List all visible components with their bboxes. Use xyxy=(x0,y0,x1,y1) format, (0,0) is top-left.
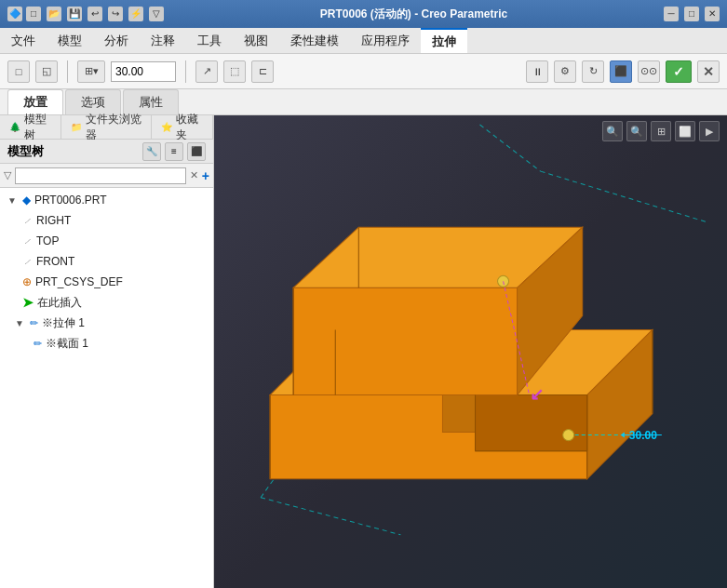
menu-extrude[interactable]: 拉伸 xyxy=(421,28,467,53)
menu-analysis[interactable]: 分析 xyxy=(93,28,140,53)
prt-icon: ◆ xyxy=(22,194,31,207)
more-icon[interactable]: ⚡ xyxy=(128,7,143,21)
main-area: 🌲 模型树 📁 文件夹浏览器 ⭐ 收藏夹 模型树 🔧 ≡ ⬛ ▽ xyxy=(0,115,727,588)
filter-bar: ▽ ✕ + xyxy=(0,164,213,188)
toolbar-dropdown[interactable]: ⊞▾ xyxy=(77,60,105,83)
svg-line-3 xyxy=(261,498,400,535)
tree-expand-icon[interactable]: ⬛ xyxy=(187,142,206,161)
settings-btn[interactable]: ⚙ xyxy=(554,60,576,83)
csys-icon: ⊕ xyxy=(22,275,32,288)
refresh-btn[interactable]: ↻ xyxy=(582,60,604,83)
menu-view[interactable]: 视图 xyxy=(233,28,279,53)
menu-annotation[interactable]: 注释 xyxy=(140,28,186,53)
tree-label-extrude: ※拉伸 1 xyxy=(42,315,85,331)
cancel-btn[interactable]: ✕ xyxy=(697,60,720,83)
depth-input[interactable] xyxy=(111,61,176,82)
undo-icon[interactable]: ↩ xyxy=(88,7,102,21)
tree-item-csys[interactable]: ⊕ PRT_CSYS_DEF xyxy=(0,272,213,292)
tree-item-insert[interactable]: ➤ 在此插入 xyxy=(0,292,213,313)
tree-label-top: TOP xyxy=(36,234,59,247)
star-tab-icon: ⭐ xyxy=(161,122,172,132)
menu-model[interactable]: 模型 xyxy=(47,28,93,53)
tree-tab-icon: 🌲 xyxy=(9,122,20,132)
open-icon[interactable]: 📂 xyxy=(47,7,61,21)
tree-config-icon[interactable]: 🔧 xyxy=(142,142,161,161)
toolbar-flip[interactable]: ↗ xyxy=(195,60,218,83)
folder-tab-icon: 📁 xyxy=(71,122,82,132)
title-bar-left: 🔷 □ 📂 💾 ↩ ↪ ⚡ ▽ xyxy=(7,7,164,21)
measure-btn[interactable]: ⊙⊙ xyxy=(638,60,660,83)
feature-preview-btn[interactable]: ⬛ xyxy=(610,60,632,83)
filter-input[interactable] xyxy=(15,167,186,184)
tree-header: 模型树 🔧 ≡ ⬛ xyxy=(0,140,213,164)
panel-tab-tree[interactable]: 🌲 模型树 xyxy=(0,115,61,139)
tree-item-section[interactable]: ✏ ※截面 1 xyxy=(0,333,213,354)
pin-icon[interactable]: ▽ xyxy=(149,7,164,21)
tree-label-right: RIGHT xyxy=(36,214,71,227)
toolbar-sep-2 xyxy=(185,60,186,83)
new-icon[interactable]: □ xyxy=(26,7,41,21)
save-icon[interactable]: 💾 xyxy=(67,7,82,21)
close-icon[interactable]: ✕ xyxy=(705,7,720,21)
section-icon: ✏ xyxy=(34,338,42,350)
panel-tabs: 🌲 模型树 📁 文件夹浏览器 ⭐ 收藏夹 xyxy=(0,115,213,140)
viewport[interactable]: 🔍 🔍 ⊞ ⬜ ▶ xyxy=(214,115,727,588)
title-bar: 🔷 □ 📂 💾 ↩ ↪ ⚡ ▽ PRT0006 (活动的) - Creo Par… xyxy=(0,0,727,28)
tree-label-section: ※截面 1 xyxy=(46,336,88,352)
tree-expand-extrude[interactable]: ▼ xyxy=(15,318,24,328)
toolbar-sym[interactable]: ⬚ xyxy=(223,60,246,83)
menu-bar: 文件 模型 分析 注释 工具 视图 柔性建模 应用程序 拉伸 xyxy=(0,28,727,54)
tree-label-front: FRONT xyxy=(36,255,74,268)
maximize-icon[interactable]: □ xyxy=(684,7,699,21)
menu-apps[interactable]: 应用程序 xyxy=(350,28,421,53)
panel-tab-favorites[interactable]: ⭐ 收藏夹 xyxy=(152,115,213,139)
panel-tab-favorites-label: 收藏夹 xyxy=(176,112,203,143)
tree-cols-icon[interactable]: ≡ xyxy=(165,142,183,161)
toolbar-sep-1 xyxy=(67,60,68,83)
window-controls: ─ □ ✕ xyxy=(664,7,720,21)
toolbar-depth-opts[interactable]: ⊏ xyxy=(251,60,274,83)
menu-tools[interactable]: 工具 xyxy=(186,28,233,53)
filter-clear-icon[interactable]: ✕ xyxy=(190,169,198,181)
toolbar-btn-2[interactable]: ◱ xyxy=(35,60,58,83)
app-icon: 🔷 xyxy=(7,7,22,21)
quick-access-toolbar: □ 📂 💾 ↩ ↪ ⚡ ▽ xyxy=(26,7,164,21)
svg-text:↙: ↙ xyxy=(530,385,544,404)
filter-icon: ▽ xyxy=(4,169,11,181)
tree-item-extrude[interactable]: ▼ ✏ ※拉伸 1 xyxy=(0,313,213,333)
menu-flex[interactable]: 柔性建模 xyxy=(279,28,350,53)
tree-body: ▼ ◆ PRT0006.PRT ⟋ RIGHT ⟋ TOP ⟋ FRONT ⊕ xyxy=(0,188,213,588)
left-panel: 🌲 模型树 📁 文件夹浏览器 ⭐ 收藏夹 模型树 🔧 ≡ ⬛ ▽ xyxy=(0,115,214,588)
panel-tab-folder-label: 文件夹浏览器 xyxy=(86,112,141,143)
panel-tab-folder[interactable]: 📁 文件夹浏览器 xyxy=(61,115,152,139)
toolbar-btn-1[interactable]: □ xyxy=(7,60,30,83)
tree-label-csys: PRT_CSYS_DEF xyxy=(35,275,123,288)
insert-icon: ➤ xyxy=(22,295,34,310)
redo-icon[interactable]: ↪ xyxy=(108,7,123,21)
plane-icon-top: ⟋ xyxy=(22,235,33,247)
svg-point-21 xyxy=(498,275,509,287)
model-svg: ↙ 30.00 xyxy=(214,115,727,563)
plane-icon-front: ⟋ xyxy=(22,256,33,267)
svg-marker-9 xyxy=(293,287,517,394)
svg-line-1 xyxy=(541,171,708,222)
tree-expand-prt[interactable]: ▼ xyxy=(7,195,17,206)
minimize-icon[interactable]: ─ xyxy=(664,7,679,21)
plane-icon-right: ⟋ xyxy=(22,215,33,226)
tree-item-front[interactable]: ⟋ FRONT xyxy=(0,251,213,272)
tree-item-prt[interactable]: ▼ ◆ PRT0006.PRT xyxy=(0,190,213,210)
window-title: PRT0006 (活动的) - Creo Parametric xyxy=(320,7,507,22)
tree-item-right[interactable]: ⟋ RIGHT xyxy=(0,210,213,231)
confirm-btn[interactable]: ✓ xyxy=(666,60,692,83)
svg-line-0 xyxy=(480,125,541,171)
pause-btn[interactable]: ⏸ xyxy=(526,60,548,83)
filter-add-icon[interactable]: + xyxy=(202,168,209,183)
viewport-bg: 🔍 🔍 ⊞ ⬜ ▶ xyxy=(214,115,727,588)
tree-title: 模型树 xyxy=(7,143,44,160)
tree-header-icons: 🔧 ≡ ⬛ xyxy=(142,142,206,161)
toolbar: □ ◱ ⊞▾ ↗ ⬚ ⊏ ⏸ ⚙ ↻ ⬛ ⊙⊙ ✓ ✕ xyxy=(0,54,727,89)
menu-file[interactable]: 文件 xyxy=(0,28,47,53)
tree-item-top[interactable]: ⟋ TOP xyxy=(0,231,213,251)
tree-label-insert: 在此插入 xyxy=(37,295,82,311)
extrude-icon: ✏ xyxy=(30,317,38,329)
